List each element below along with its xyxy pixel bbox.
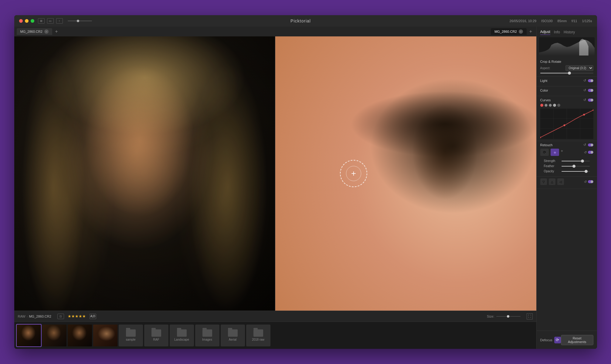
single-view-icon[interactable]: ▭ [47, 18, 54, 24]
strength-slider[interactable] [562, 161, 590, 161]
fullscreen-button[interactable]: ⛶ [527, 313, 533, 319]
folder-icon-images [202, 329, 212, 337]
heal-tool[interactable]: ⟳ [540, 149, 549, 156]
folder-icon-sample [126, 329, 136, 337]
close-button[interactable] [19, 19, 23, 23]
radial-tool[interactable]: △ [549, 178, 555, 185]
grid-view-icon[interactable]: ⊞ [38, 18, 45, 24]
local-toggle[interactable] [588, 180, 593, 183]
thumbnail-icon[interactable]: ⊡ [57, 314, 64, 319]
local-reset-icon[interactable]: ↺ [584, 180, 587, 184]
light-controls: ↺ [583, 79, 593, 83]
folder-images[interactable]: Images [195, 325, 219, 346]
tab-add-right[interactable]: + [528, 29, 534, 35]
retouch-reset-icon[interactable]: ↺ [583, 143, 586, 147]
folder-raf[interactable]: RAF [144, 325, 168, 346]
svg-point-6 [563, 124, 565, 126]
tab-left[interactable]: MG_2860.CR2 × [17, 28, 52, 35]
rating[interactable]: ★★★★★ [68, 314, 86, 318]
filmstrip-thumb-4[interactable] [93, 325, 117, 346]
meta-shutter: 1/125s [582, 19, 592, 23]
tab-left-close[interactable]: × [44, 29, 49, 34]
color-reset-icon[interactable]: ↺ [583, 88, 586, 92]
thumb-img-2 [42, 325, 66, 346]
color-controls: ↺ [583, 88, 593, 92]
eye-overlay [275, 36, 536, 311]
left-image-panel[interactable] [14, 36, 276, 311]
tab-bar: MG_2860.CR2 × + MG_2860.CR2 × + [14, 27, 536, 36]
reset-adjustments-button[interactable]: Reset Adjustments [561, 335, 593, 345]
breadcrumb: RAW › MG_2860.CR2 [18, 315, 51, 318]
curves-reset-icon[interactable]: ↺ [583, 98, 586, 102]
title-bar-left: ⊞ ▭ ↑ [19, 18, 92, 24]
zoom-slider[interactable] [68, 21, 92, 21]
retouch-toggle[interactable] [588, 143, 593, 147]
folder-2018raw[interactable]: 2018 raw [246, 325, 270, 346]
gradient-tool[interactable]: ▽ [540, 178, 547, 185]
size-slider-thumb [507, 315, 509, 318]
right-image-panel[interactable]: + [275, 36, 536, 311]
channel-red[interactable] [540, 104, 543, 107]
retouch-toggle2[interactable] [588, 151, 593, 154]
retouch-add-button[interactable]: + [561, 149, 563, 156]
minimize-button[interactable] [25, 19, 29, 23]
aspect-select[interactable]: Original (3:2) [565, 65, 593, 71]
cursor-inner [346, 166, 361, 181]
tab-right-close[interactable]: × [519, 29, 523, 34]
breadcrumb-file: MG_2860.CR2 [29, 315, 51, 318]
histogram [539, 37, 595, 56]
opacity-slider[interactable] [562, 171, 590, 172]
feather-slider[interactable] [562, 166, 590, 167]
curves-canvas[interactable] [540, 109, 593, 139]
channel-green[interactable] [545, 104, 548, 107]
feather-label: Feather [544, 164, 559, 168]
retouch-tools: ⟳ ◈ + ↺ [540, 149, 593, 156]
defocus-toggle[interactable]: ⟳ [554, 337, 561, 343]
tab-info[interactable]: Info [554, 29, 560, 35]
breadcrumb-raw: RAW [18, 315, 25, 318]
filmstrip-thumb-2[interactable] [42, 325, 66, 346]
size-slider[interactable] [496, 316, 521, 317]
maximize-button[interactable] [31, 19, 34, 23]
defocus-label: Defocus [540, 338, 552, 342]
tab-right[interactable]: MG_2860.CR2 × [491, 28, 526, 35]
zoom-slider-container [68, 21, 92, 21]
channel-luminance[interactable] [553, 104, 556, 107]
meta-datetime: 26/05/2016, 10:29 [510, 19, 537, 23]
meta-iso: ISO100 [541, 19, 552, 23]
opacity-label: Opacity [544, 170, 559, 173]
retouch-reset-icon2[interactable]: ↺ [584, 150, 587, 154]
ab-comparison-button[interactable]: A |B [90, 314, 96, 319]
tab-adjust[interactable]: Adjust [540, 29, 550, 35]
folder-aerial[interactable]: Aerial [221, 325, 245, 346]
light-header: Light ↺ [540, 79, 593, 83]
histogram-svg [539, 37, 595, 56]
folder-label-images: Images [202, 338, 212, 341]
share-icon[interactable]: ↑ [56, 18, 63, 24]
panel-tabs: Adjust Info History [537, 27, 597, 36]
tab-history[interactable]: History [564, 29, 575, 35]
filmstrip-thumb-3[interactable] [68, 325, 92, 346]
light-reset-icon[interactable]: ↺ [583, 79, 586, 83]
curves-toggle[interactable] [588, 99, 593, 102]
folder-label-2018raw: 2018 raw [252, 338, 264, 341]
color-toggle[interactable] [588, 89, 593, 92]
folder-landscape[interactable]: Landscape [170, 325, 194, 346]
folder-sample[interactable]: sample [119, 325, 143, 346]
filmstrip-thumb-1[interactable] [17, 325, 41, 346]
zoom-slider-thumb [77, 20, 79, 22]
retouch-toggle-knob2 [591, 151, 593, 153]
folder-icon-raf [151, 329, 161, 337]
clone-tool[interactable]: ◈ [551, 149, 559, 156]
left-photo [14, 36, 275, 311]
channel-blue[interactable] [549, 104, 552, 107]
brush-tool[interactable]: ◁ [557, 178, 564, 185]
images-container: + [14, 36, 536, 311]
retouch-controls: ↺ [583, 143, 593, 147]
light-toggle[interactable] [588, 79, 593, 82]
tab-right-label: MG_2860.CR2 [494, 30, 517, 33]
tab-add-left[interactable]: + [53, 29, 59, 35]
retouch-cursor: + [340, 160, 367, 187]
crop-rotation-slider[interactable] [540, 73, 593, 73]
channel-extra[interactable] [557, 104, 560, 107]
